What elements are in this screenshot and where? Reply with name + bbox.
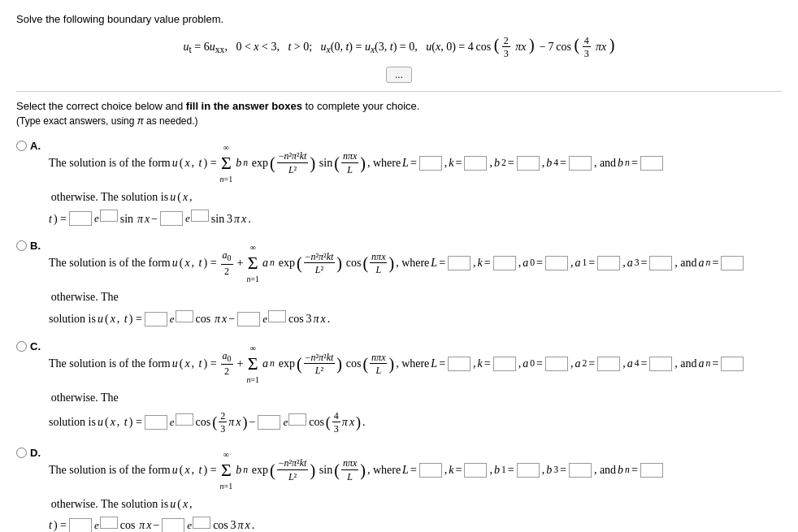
input-b-e1[interactable]	[176, 310, 193, 322]
radio-d-label: D.	[30, 447, 41, 459]
input-a-c1[interactable]	[69, 211, 92, 226]
e-block-d2: e	[187, 517, 211, 532]
input-b-L[interactable]	[448, 256, 471, 270]
e-block-b1: e	[170, 310, 194, 328]
input-a-b2[interactable]	[517, 156, 540, 171]
choice-c-content: The solution is of the form u(x, t) = a0…	[49, 339, 782, 435]
input-b-an[interactable]	[721, 256, 744, 270]
radio-input-d[interactable]	[16, 448, 27, 458]
input-a-e1[interactable]	[100, 210, 118, 222]
input-a-k[interactable]	[464, 156, 487, 171]
choice-a-row: A. The solution is of the form u(x, t) =…	[16, 138, 782, 229]
choice-b-line2: solution is u(x, t) = e cos πx − e cos 3…	[49, 309, 782, 329]
input-d-b3[interactable]	[569, 463, 592, 478]
radio-a-label: A.	[30, 140, 41, 152]
input-c-c1[interactable]	[145, 415, 167, 430]
problem-header: Solve the following boundary value probl…	[16, 13, 782, 25]
input-b-c1[interactable]	[145, 312, 167, 327]
choice-b-line1: The solution is of the form u(x, t) = a0…	[49, 240, 782, 307]
choice-a-line1: The solution is of the form u(x, t) = ∞ …	[49, 141, 782, 207]
input-c-a4[interactable]	[649, 357, 672, 371]
e-block-c1: e	[170, 413, 194, 431]
radio-c[interactable]: C.	[16, 339, 42, 353]
input-c-an[interactable]	[721, 357, 744, 371]
input-a-L[interactable]	[419, 156, 442, 171]
sum-symbol-b: ∞ Σ n=1	[246, 240, 259, 286]
choice-a-content: The solution is of the form u(x, t) = ∞ …	[49, 138, 782, 229]
choice-d-row: D. The solution is of the form u(x, t) =…	[16, 445, 782, 532]
choice-a-line2: t) = e sin πx − e sin 3πx.	[49, 210, 782, 229]
e-block-a1: e	[94, 210, 119, 227]
input-a-c2[interactable]	[160, 211, 183, 226]
choice-b-row: B. The solution is of the form u(x, t) =…	[16, 238, 782, 329]
sum-symbol-c: ∞ Σ n=1	[246, 341, 259, 387]
input-d-c1[interactable]	[69, 518, 92, 532]
input-d-e2[interactable]	[193, 517, 210, 529]
choice-c-line2: solution is u(x, t) = e cos ( 2 3 πx ) −…	[49, 410, 782, 435]
input-c-L[interactable]	[448, 357, 471, 371]
radio-input-b[interactable]	[16, 240, 27, 251]
radio-c-label: C.	[30, 340, 41, 353]
e-block-d1: e	[94, 517, 119, 532]
instructions: Select the correct choice below and fill…	[16, 100, 782, 112]
input-d-c2[interactable]	[162, 518, 184, 532]
input-c-c2[interactable]	[258, 415, 280, 430]
radio-a[interactable]: A.	[16, 138, 42, 152]
input-a-e2[interactable]	[191, 210, 209, 222]
input-b-a0[interactable]	[545, 256, 568, 270]
expand-button[interactable]: ...	[386, 67, 412, 83]
radio-b-label: B.	[30, 240, 41, 252]
main-equation: ut = 6uxx, 0 < x < 3, t > 0; ux(0, t) = …	[16, 35, 782, 60]
radio-d[interactable]: D.	[16, 445, 42, 459]
e-block-c2: e	[283, 413, 307, 431]
radio-input-a[interactable]	[16, 141, 27, 151]
divider	[16, 91, 782, 92]
input-c-e2[interactable]	[288, 413, 306, 426]
input-b-a3[interactable]	[649, 256, 672, 270]
input-c-a0[interactable]	[545, 357, 568, 371]
sum-symbol-d: ∞ Σ n=1	[220, 448, 233, 493]
choice-c-line1: The solution is of the form u(x, t) = a0…	[49, 341, 782, 408]
input-b-a1[interactable]	[597, 256, 620, 270]
input-b-e2[interactable]	[268, 310, 286, 322]
choices-container: A. The solution is of the form u(x, t) =…	[16, 138, 782, 532]
e-block-b2: e	[262, 310, 287, 328]
input-c-a2[interactable]	[597, 357, 620, 371]
choice-d-content: The solution is of the form u(x, t) = ∞ …	[49, 445, 782, 532]
radio-b[interactable]: B.	[16, 238, 42, 252]
input-d-bn[interactable]	[640, 463, 663, 478]
input-d-b1[interactable]	[517, 463, 540, 478]
input-b-c2[interactable]	[237, 312, 260, 327]
sum-symbol-a: ∞ Σ n=1	[220, 141, 233, 186]
input-d-k[interactable]	[464, 463, 487, 478]
choice-d-line1: The solution is of the form u(x, t) = ∞ …	[49, 448, 782, 514]
input-a-bn[interactable]	[640, 156, 663, 171]
note: (Type exact answers, using π as needed.)	[16, 115, 782, 127]
radio-input-c[interactable]	[16, 341, 27, 352]
choice-d-line2: t) = e cos πx − e cos 3πx.	[49, 516, 782, 532]
input-d-e1[interactable]	[100, 517, 118, 529]
choice-b-content: The solution is of the form u(x, t) = a0…	[49, 238, 782, 329]
input-c-k[interactable]	[493, 357, 516, 371]
e-block-a2: e	[185, 210, 210, 227]
input-b-k[interactable]	[493, 256, 516, 270]
input-a-b4[interactable]	[569, 156, 592, 171]
choice-c-row: C. The solution is of the form u(x, t) =…	[16, 339, 782, 435]
input-c-e1[interactable]	[176, 413, 193, 426]
input-d-L[interactable]	[419, 463, 442, 478]
